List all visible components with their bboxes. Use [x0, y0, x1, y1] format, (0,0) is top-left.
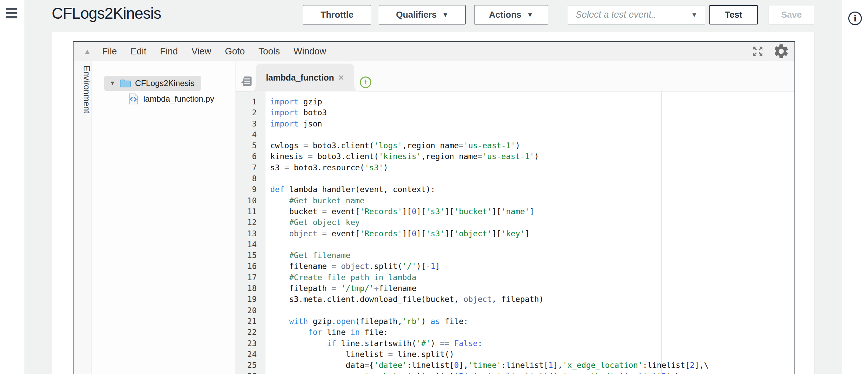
line-number: 17	[236, 272, 266, 283]
python-file-icon	[128, 93, 139, 105]
gear-settings-icon[interactable]	[773, 43, 790, 60]
code-line[interactable]: 11 bucket = event['Records'][0]['s3']['b…	[236, 206, 794, 217]
line-number: 11	[236, 206, 266, 217]
code-editor-area[interactable]: 1import gzip2import boto33import json45c…	[236, 91, 794, 374]
code-line[interactable]: 10 #Get bucket name	[236, 195, 794, 206]
code-line[interactable]: 6kinesis = boto3.client('kinesis',region…	[236, 151, 794, 162]
code-text: kinesis = boto3.client('kinesis',region_…	[266, 151, 539, 162]
lambda-console-screen: i CFLogs2Kinesis Throttle Qualifiers ▼ A…	[0, 0, 868, 374]
line-number: 13	[236, 228, 266, 239]
menu-find[interactable]: Find	[160, 46, 178, 57]
line-number: 26	[236, 371, 266, 374]
save-button: Save	[769, 5, 814, 24]
right-help-rail: i	[842, 0, 868, 374]
code-line[interactable]: 16 filename = object.split('/')[-1]	[236, 261, 794, 272]
new-tab-plus-icon[interactable]: +	[360, 76, 371, 88]
code-line[interactable]: 4	[236, 129, 794, 140]
code-line[interactable]: 19 s3.meta.client.download_file(bucket, …	[236, 294, 794, 305]
code-text: cwlogs = boto3.client('logs',region_name…	[266, 140, 520, 151]
code-text: def lambda_handler(event, context):	[266, 184, 435, 195]
menu-window[interactable]: Window	[293, 46, 326, 57]
tree-folder-label: CFLogs2Kinesis	[135, 79, 195, 88]
fullscreen-expand-icon[interactable]	[752, 45, 764, 57]
line-number: 15	[236, 250, 266, 261]
code-line[interactable]: 2import boto3	[236, 107, 794, 118]
menu-edit[interactable]: Edit	[131, 46, 147, 57]
code-line[interactable]: 1import gzip	[236, 96, 794, 107]
tree-file-row[interactable]: lambda_function.py	[128, 92, 214, 106]
code-text: 'sc_bytes':linelist[3],'c_ip':linelist[4…	[266, 371, 680, 374]
save-button-label: Save	[781, 10, 802, 20]
code-line[interactable]: 18 filepath = '/tmp/'+filename	[236, 283, 794, 294]
menu-view[interactable]: View	[192, 46, 211, 57]
actions-dropdown-button[interactable]: Actions ▼	[474, 5, 548, 24]
collapse-editor-icon[interactable]: ▲	[84, 42, 91, 61]
code-text: object = event['Records'][0]['s3']['obje…	[266, 228, 530, 239]
code-line[interactable]: 13 object = event['Records'][0]['s3']['o…	[236, 228, 794, 239]
code-text: import json	[266, 118, 322, 129]
code-line[interactable]: 8	[236, 173, 794, 184]
code-line[interactable]: 24 linelist = line.split()	[236, 349, 794, 360]
function-code-card: ▲ File Edit Find View Goto Tools Window	[52, 32, 815, 374]
test-event-select[interactable]: Select a test event.. ▼	[568, 5, 705, 24]
line-number: 20	[236, 305, 266, 316]
code-line[interactable]: 9def lambda_handler(event, context):	[236, 184, 794, 195]
line-number: 25	[236, 360, 266, 371]
code-line[interactable]: 17 #Create file path in lambda	[236, 272, 794, 283]
code-text: bucket = event['Records'][0]['s3']['buck…	[266, 206, 534, 217]
test-button[interactable]: Test	[709, 5, 758, 24]
line-number: 14	[236, 239, 266, 250]
tree-file-label: lambda_function.py	[143, 94, 214, 104]
code-text: linelist = line.split()	[266, 349, 454, 360]
code-lines: 1import gzip2import boto33import json45c…	[236, 96, 794, 374]
tab-label: lambda_function	[266, 73, 334, 83]
code-line[interactable]: 3import json	[236, 118, 794, 129]
code-line[interactable]: 25 data={'datee':linelist[0],'timee':lin…	[236, 360, 794, 371]
code-line[interactable]: 23 if line.startswith('#') == False:	[236, 338, 794, 349]
code-line[interactable]: 14	[236, 239, 794, 250]
line-number: 2	[236, 107, 266, 118]
line-number: 7	[236, 162, 266, 173]
tab-list-icon[interactable]	[241, 76, 252, 87]
menu-tools[interactable]: Tools	[258, 46, 280, 57]
qualifiers-button-label: Qualifiers	[396, 10, 437, 20]
page-title: CFLogs2Kinesis	[52, 4, 161, 22]
code-line[interactable]: 20	[236, 305, 794, 316]
line-number: 10	[236, 195, 266, 206]
code-text: #Create file path in lambda	[266, 272, 416, 283]
info-icon[interactable]: i	[848, 12, 862, 25]
folder-icon	[119, 79, 131, 88]
code-line[interactable]: 5cwlogs = boto3.client('logs',region_nam…	[236, 140, 794, 151]
code-text: if line.startswith('#') == False:	[266, 338, 482, 349]
tab-lambda-function[interactable]: lambda_function ×	[256, 64, 354, 91]
menu-goto[interactable]: Goto	[225, 46, 245, 57]
folder-expand-caret-icon[interactable]: ▼	[110, 80, 115, 87]
code-text	[266, 305, 270, 316]
code-text: s3 = boto3.resource('s3')	[266, 162, 388, 173]
environment-sidebar[interactable]: Environment	[74, 61, 92, 374]
code-line[interactable]: 22 for line in file:	[236, 327, 794, 338]
test-button-label: Test	[725, 10, 742, 20]
code-text: import gzip	[266, 96, 322, 107]
code-line[interactable]: 7s3 = boto3.resource('s3')	[236, 162, 794, 173]
code-line[interactable]: 21 with gzip.open(filepath,'rb') as file…	[236, 316, 794, 327]
tree-folder-row[interactable]: ▼ CFLogs2Kinesis	[104, 76, 201, 91]
code-line[interactable]: 15 #Get filename	[236, 250, 794, 261]
line-number: 12	[236, 217, 266, 228]
line-number: 3	[236, 118, 266, 129]
code-line[interactable]: 12 #Get object key	[236, 217, 794, 228]
line-number: 22	[236, 327, 266, 338]
chevron-down-icon: ▼	[691, 11, 697, 19]
throttle-button[interactable]: Throttle	[303, 5, 371, 24]
code-text: with gzip.open(filepath,'rb') as file:	[266, 316, 468, 327]
chevron-down-icon: ▼	[442, 11, 449, 19]
cloud9-editor: ▲ File Edit Find View Goto Tools Window	[73, 41, 795, 374]
code-line[interactable]: 26 'sc_bytes':linelist[3],'c_ip':linelis…	[236, 371, 794, 374]
code-text: #Get object key	[266, 217, 360, 228]
line-number: 24	[236, 349, 266, 360]
menu-file[interactable]: File	[102, 46, 117, 57]
tab-close-icon[interactable]: ×	[338, 72, 344, 83]
line-number: 1	[236, 96, 266, 107]
hamburger-menu-icon[interactable]	[6, 8, 17, 18]
qualifiers-dropdown-button[interactable]: Qualifiers ▼	[379, 5, 466, 24]
